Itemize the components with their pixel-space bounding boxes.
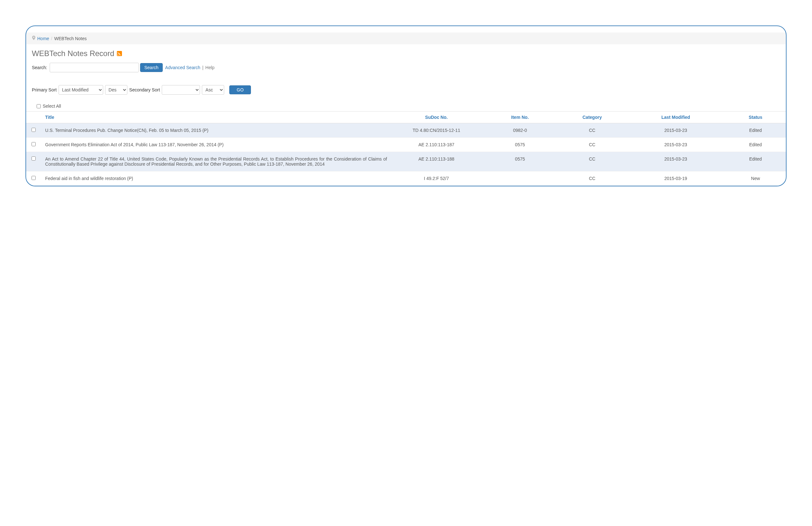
cell-status: Edited [725,152,786,171]
page-title-text: WEBTech Notes Record [32,49,114,58]
secondary-sort-select[interactable] [162,85,200,95]
main-panel: Home / WEBTech Notes WEBTech Notes Recor… [26,26,786,186]
table-header-row: Title SuDoc No. Item No. Category Last M… [26,112,786,123]
breadcrumb-home-link[interactable]: Home [37,36,49,41]
select-all-row: Select All [32,103,780,109]
search-row: Search: Search Advanced Search | Help [32,63,780,72]
table-row: U.S. Terminal Procedures Pub. Change Not… [26,123,786,138]
row-checkbox[interactable] [31,142,36,146]
cell-title: Government Reports Elimination Act of 20… [41,138,391,152]
col-header-category[interactable]: Category [558,112,626,123]
cell-sudoc: TD 4.80:CN/2015-12-11 [391,123,482,138]
cell-last-modified: 2015-03-23 [626,152,725,171]
breadcrumb-current: WEBTech Notes [54,36,87,41]
cell-item: 0575 [482,138,558,152]
table-row: Federal aid in fish and wildlife restora… [26,171,786,186]
cell-title: U.S. Terminal Procedures Pub. Change Not… [41,123,391,138]
col-header-status[interactable]: Status [725,112,786,123]
cell-sudoc: AE 2.110:113-188 [391,152,482,171]
search-input[interactable] [50,63,139,72]
cell-title: Federal aid in fish and wildlife restora… [41,171,391,186]
col-header-sudoc[interactable]: SuDoc No. [391,112,482,123]
row-checkbox[interactable] [31,128,36,132]
breadcrumb: Home / WEBTech Notes [26,32,786,44]
cell-item [482,171,558,186]
col-header-title[interactable]: Title [41,112,391,123]
cell-status: Edited [725,123,786,138]
secondary-sort-label: Secondary Sort [129,87,160,93]
cell-last-modified: 2015-03-23 [626,123,725,138]
breadcrumb-separator: / [51,36,52,41]
search-button[interactable]: Search [140,63,162,72]
cell-item: 0982-0 [482,123,558,138]
advanced-search-link[interactable]: Advanced Search [165,65,201,70]
cell-last-modified: 2015-03-23 [626,138,725,152]
table-row: An Act to Amend Chapter 22 of Title 44, … [26,152,786,171]
primary-sort-direction[interactable]: Des [105,85,127,95]
primary-sort-label: Primary Sort [32,87,57,93]
row-checkbox[interactable] [31,176,36,180]
secondary-sort-direction[interactable]: Asc [202,85,224,95]
cell-sudoc: AE 2.110:113-187 [391,138,482,152]
page-title: WEBTech Notes Record [32,49,780,58]
cell-status: New [725,171,786,186]
cell-category: CC [558,138,626,152]
results-table: Title SuDoc No. Item No. Category Last M… [26,111,786,186]
col-header-item[interactable]: Item No. [482,112,558,123]
cell-sudoc: I 49.2:F 52/7 [391,171,482,186]
cell-status: Edited [725,138,786,152]
separator: | [202,65,203,70]
sort-row: Primary Sort Last Modified Des Secondary… [32,85,780,95]
row-checkbox[interactable] [31,156,36,160]
select-all-label: Select All [43,103,61,109]
location-pin-icon [32,36,35,41]
cell-last-modified: 2015-03-19 [626,171,725,186]
col-header-last-modified[interactable]: Last Modified [626,112,725,123]
cell-category: CC [558,171,626,186]
go-button[interactable]: GO [229,85,251,94]
cell-category: CC [558,152,626,171]
cell-category: CC [558,123,626,138]
help-link[interactable]: Help [205,65,215,70]
cell-item: 0575 [482,152,558,171]
table-row: Government Reports Elimination Act of 20… [26,138,786,152]
search-label: Search: [32,65,47,70]
cell-title: An Act to Amend Chapter 22 of Title 44, … [41,152,391,171]
col-header-checkbox [26,112,41,123]
rss-icon[interactable] [117,51,122,56]
select-all-checkbox[interactable] [37,104,41,108]
primary-sort-select[interactable]: Last Modified [59,85,103,95]
